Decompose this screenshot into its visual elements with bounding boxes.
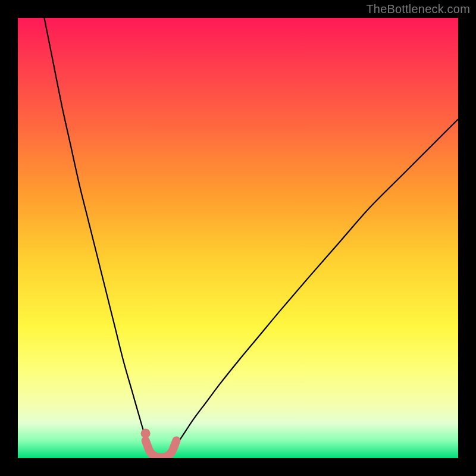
- curve-right-branch: [176, 119, 458, 445]
- curve-layer: [18, 18, 458, 458]
- watermark-text: TheBottleneck.com: [366, 2, 470, 16]
- highlight-start-dot-icon: [141, 428, 151, 438]
- curve-minimum-highlight: [146, 440, 177, 457]
- curve-left-branch: [44, 18, 148, 445]
- chart-plot-area: [18, 18, 458, 458]
